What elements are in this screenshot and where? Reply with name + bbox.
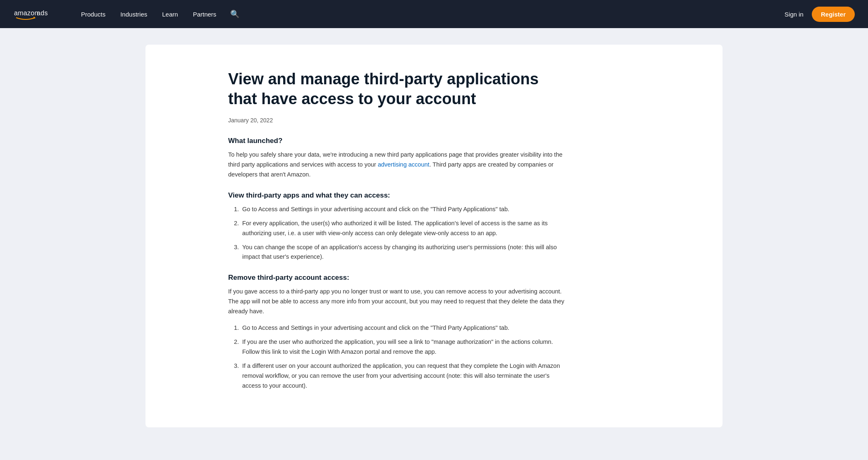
view-apps-list: Go to Access and Settings in your advert… xyxy=(228,205,567,262)
section-heading-remove-access: Remove third-party account access: xyxy=(228,274,640,282)
nav-links: Products Industries Learn Partners 🔍 xyxy=(75,6,785,22)
amazon-ads-logo: amazon ads xyxy=(13,7,59,21)
view-apps-item-2: For every application, the user(s) who a… xyxy=(241,219,567,238)
nav-products[interactable]: Products xyxy=(75,7,111,21)
svg-text:amazon: amazon xyxy=(14,10,38,17)
remove-access-body: If you gave access to a third-party app … xyxy=(228,287,567,317)
svg-text:ads: ads xyxy=(37,10,48,17)
nav-partners[interactable]: Partners xyxy=(187,7,222,21)
content-card: View and manage third-party applications… xyxy=(145,45,723,427)
view-apps-item-3: You can change the scope of an applicati… xyxy=(241,243,567,262)
section-heading-view-apps: View third-party apps and what they can … xyxy=(228,191,640,200)
section-view-apps: View third-party apps and what they can … xyxy=(228,191,640,262)
advertising-account-link[interactable]: advertising account xyxy=(378,161,429,168)
remove-access-list: Go to Access and Settings in your advert… xyxy=(228,323,567,391)
page-wrapper: View and manage third-party applications… xyxy=(132,28,736,452)
signin-link[interactable]: Sign in xyxy=(785,11,804,18)
section-remove-access: Remove third-party account access: If yo… xyxy=(228,274,640,391)
what-launched-body: To help you safely share your data, we'r… xyxy=(228,150,567,180)
logo-svg: amazon ads xyxy=(13,7,59,21)
nav-industries[interactable]: Industries xyxy=(114,7,153,21)
remove-access-item-2: If you are the user who authorized the a… xyxy=(241,337,567,357)
register-button[interactable]: Register xyxy=(812,7,855,22)
svg-marker-1 xyxy=(33,17,36,19)
brand-logo[interactable]: amazon ads xyxy=(13,7,59,21)
view-apps-item-1: Go to Access and Settings in your advert… xyxy=(241,205,567,215)
article-title: View and manage third-party applications… xyxy=(228,69,567,109)
article-date: January 20, 2022 xyxy=(228,117,640,124)
nav-learn[interactable]: Learn xyxy=(156,7,184,21)
search-icon[interactable]: 🔍 xyxy=(227,6,243,22)
remove-access-item-1: Go to Access and Settings in your advert… xyxy=(241,323,567,333)
section-what-launched: What launched? To help you safely share … xyxy=(228,137,640,180)
remove-access-item-3: If a different user on your account auth… xyxy=(241,361,567,391)
navbar-actions: Sign in Register xyxy=(785,7,855,22)
section-heading-what-launched: What launched? xyxy=(228,137,640,145)
navbar: amazon ads Products Industries Learn Par… xyxy=(0,0,868,28)
